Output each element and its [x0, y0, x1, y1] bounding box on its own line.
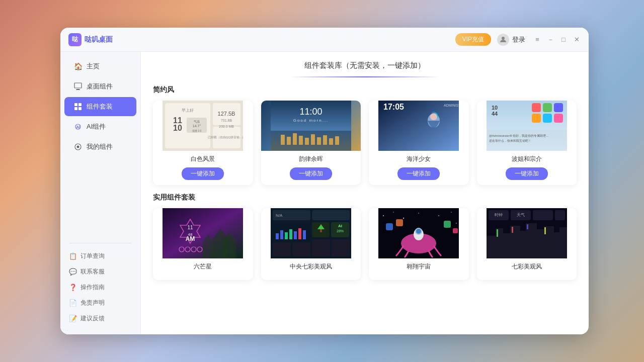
- card-yunlv[interactable]: 11:00 Good morn...: [261, 101, 361, 185]
- svg-text:湿度 2.0: 湿度 2.0: [192, 129, 202, 132]
- card-name-bobo: 波姐和宗介: [481, 155, 573, 163]
- svg-text:还在等什么，快来和我互动吧！: 还在等什么，快来和我互动吧！: [489, 139, 531, 142]
- svg-rect-108: [502, 233, 511, 258]
- card-body-haiyang: 海洋少女 一键添加: [369, 151, 469, 185]
- svg-point-91: [393, 212, 394, 213]
- svg-rect-122: [533, 210, 553, 220]
- svg-rect-70: [312, 210, 350, 220]
- svg-rect-82: [294, 231, 297, 239]
- user-avatar-icon: [497, 34, 509, 46]
- sidebar-home-label: 主页: [87, 62, 100, 71]
- svg-rect-76: [320, 229, 322, 232]
- card-haiyang[interactable]: 17:05 ADMINISTRATOR 海洋少女 一键添加: [369, 101, 469, 185]
- sidebar-footer-guide[interactable]: ❓ 操作指南: [60, 280, 140, 295]
- svg-rect-86: [292, 242, 310, 256]
- card-thumb-baifengjing: 早上好 11 10 气温 14.7° 湿度 2.0 127.5B 731.8B …: [153, 101, 253, 151]
- card-body-bobo: 波姐和宗介 一键添加: [477, 151, 577, 185]
- svg-text:28%: 28%: [337, 229, 344, 233]
- svg-rect-1: [74, 83, 82, 88]
- svg-text:731.8B: 731.8B: [221, 119, 232, 122]
- section2-grid: 11 48 AM: [153, 208, 577, 280]
- svg-rect-50: [543, 103, 552, 112]
- svg-rect-7: [78, 107, 82, 110]
- svg-rect-5: [78, 103, 82, 106]
- sidebar-footer-feedback[interactable]: 📝 建议反馈: [60, 311, 140, 326]
- menu-icon[interactable]: ≡: [533, 36, 541, 44]
- svg-text:127.5B: 127.5B: [218, 111, 235, 117]
- svg-text:AI: AI: [76, 125, 80, 129]
- maximize-icon[interactable]: □: [559, 36, 568, 44]
- svg-rect-103: [444, 221, 451, 228]
- svg-text:10: 10: [173, 124, 182, 132]
- home-icon: 🏠: [73, 62, 83, 71]
- card-liumanxing[interactable]: 11 48 AM: [153, 208, 253, 280]
- sidebar-item-my-widget[interactable]: 我的组件: [64, 137, 136, 156]
- my-widget-icon: [73, 142, 83, 151]
- content-header: 组件套装库（无需安装，一键添加）: [153, 52, 577, 77]
- sidebar-item-home[interactable]: 🏠 主页: [64, 57, 136, 76]
- card-翱翔[interactable]: 翱翔宇宙: [369, 208, 469, 280]
- app-window: 哒 哒叽桌面 VIP充值 登录 ≡ － □ ✕ 🏠: [60, 28, 589, 334]
- minimize-icon[interactable]: －: [546, 36, 554, 44]
- content-header-title: 组件套装库（无需安装，一键添加）: [304, 61, 425, 69]
- support-icon: 💬: [69, 268, 76, 276]
- svg-point-94: [438, 215, 439, 216]
- sidebar-footer-order[interactable]: 📋 订单查询: [60, 248, 140, 264]
- svg-rect-35: [305, 138, 309, 145]
- card-name-haiyang: 海洋少女: [373, 155, 465, 163]
- sidebar-footer-support[interactable]: 💬 联系客服: [60, 264, 140, 280]
- sidebar-ai-widget-label: AI组件: [87, 122, 106, 131]
- svg-rect-32: [287, 137, 291, 145]
- card-thumb-haiyang: 17:05 ADMINISTRATOR: [369, 101, 469, 151]
- svg-rect-33: [293, 133, 297, 145]
- sidebar-item-ai-widget[interactable]: AI AI组件: [64, 117, 136, 136]
- svg-rect-80: [285, 232, 288, 239]
- card-zhongyang[interactable]: N/A AI 28%: [261, 208, 361, 280]
- svg-text:AI: AI: [338, 224, 342, 228]
- sidebar-widget-set-label: 组件套装: [87, 102, 113, 111]
- card-bobo[interactable]: 10 44 @AdministratorR 你好，我是你的专属助理...: [477, 101, 577, 185]
- card-thumb-zhongyang: N/A AI 28%: [261, 208, 361, 258]
- card-thumb-qicai: 时钟 天气: [477, 208, 577, 258]
- feedback-icon: 📝: [69, 315, 76, 322]
- card-name-baifengjing: 白色风景: [157, 155, 249, 163]
- disclaimer-label: 免责声明: [80, 299, 105, 307]
- card-qicai[interactable]: 时钟 天气 七彩美观风: [477, 208, 577, 280]
- sidebar-footer-disclaimer[interactable]: 📄 免责声明: [60, 295, 140, 311]
- guide-icon: ❓: [69, 284, 76, 291]
- svg-text:11:00: 11:00: [299, 107, 322, 117]
- add-btn-haiyang[interactable]: 一键添加: [397, 167, 440, 180]
- content-area: 组件套装库（无需安装，一键添加） 简约风 早上好 11: [141, 52, 589, 334]
- svg-rect-81: [289, 229, 292, 239]
- add-btn-yunlv[interactable]: 一键添加: [290, 167, 332, 180]
- card-body-yunlv: 韵律余晖 一键添加: [261, 151, 361, 185]
- svg-point-93: [418, 213, 419, 214]
- svg-rect-106: [487, 236, 497, 258]
- sidebar-my-widget-label: 我的组件: [87, 142, 113, 151]
- app-name: 哒叽桌面: [85, 35, 113, 44]
- card-baifengjing[interactable]: 早上好 11 10 气温 14.7° 湿度 2.0 127.5B 731.8B …: [153, 101, 253, 185]
- svg-rect-101: [386, 223, 393, 230]
- card-name-liumanxing: 六芒星: [157, 262, 249, 271]
- svg-point-100: [416, 229, 421, 234]
- login-label[interactable]: 登录: [512, 35, 525, 44]
- svg-point-11: [77, 146, 79, 148]
- svg-rect-51: [554, 103, 563, 112]
- svg-text:天气: 天气: [517, 213, 525, 217]
- add-btn-baifengjing[interactable]: 一键添加: [182, 167, 224, 180]
- svg-text:@AdministratorR 你好，我是你的专属助理...: @AdministratorR 你好，我是你的专属助理...: [489, 134, 549, 137]
- svg-rect-84: [303, 230, 306, 239]
- sidebar-item-desktop-widget[interactable]: 桌面组件: [64, 77, 136, 96]
- close-icon[interactable]: ✕: [573, 36, 581, 44]
- card-body-qicai: 七彩美观风: [477, 258, 577, 280]
- card-name-翱翔: 翱翔宇宙: [373, 262, 465, 271]
- disclaimer-icon: 📄: [69, 299, 76, 307]
- svg-text:时钟: 时钟: [495, 213, 503, 217]
- sidebar-footer: 📋 订单查询 💬 联系客服 ❓ 操作指南 📄 免责声明 📝 建议反馈: [60, 248, 140, 330]
- sidebar: 🏠 主页 桌面组件: [60, 52, 141, 334]
- support-label: 联系客服: [80, 267, 105, 276]
- add-btn-bobo[interactable]: 一键添加: [506, 167, 548, 180]
- sidebar-item-widget-set[interactable]: 组件套装: [64, 97, 136, 116]
- vip-button[interactable]: VIP充值: [455, 33, 491, 46]
- svg-point-0: [502, 37, 505, 40]
